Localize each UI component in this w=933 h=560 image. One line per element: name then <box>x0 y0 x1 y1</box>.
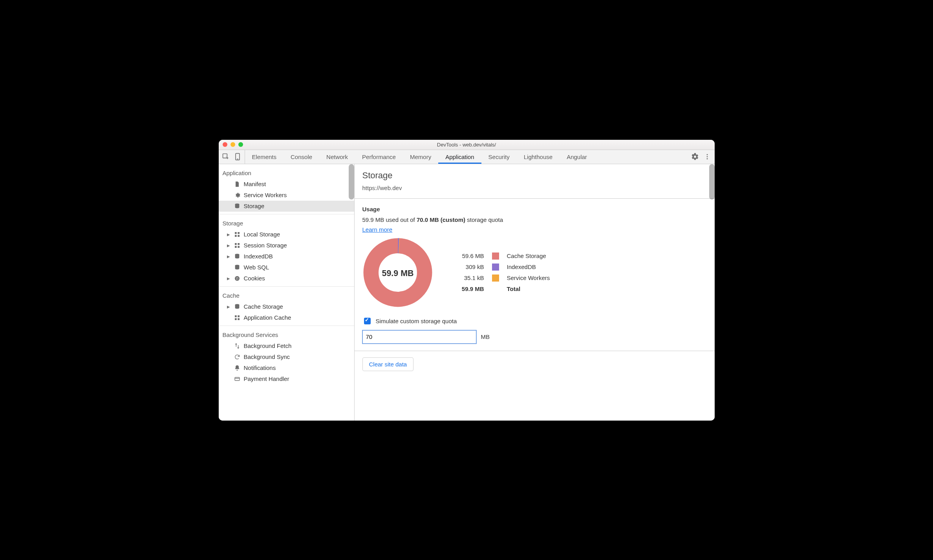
svg-point-3 <box>706 154 708 155</box>
tab-angular[interactable]: Angular <box>560 150 594 164</box>
window-title: DevTools - web.dev/vitals/ <box>437 142 496 148</box>
svg-rect-25 <box>235 318 237 320</box>
sidebar-item-local-storage[interactable]: ▸Local Storage <box>219 229 354 240</box>
sidebar-section-title: Application <box>219 167 354 179</box>
svg-rect-10 <box>238 235 240 237</box>
chevron-right-icon: ▸ <box>227 253 231 260</box>
svg-point-19 <box>237 277 238 278</box>
sidebar-item-label: Service Workers <box>244 192 287 198</box>
svg-point-21 <box>238 278 238 279</box>
sidebar-item-label: Notifications <box>244 364 276 371</box>
legend-swatch-service-workers <box>492 275 499 282</box>
svg-point-5 <box>706 158 708 159</box>
tab-memory[interactable]: Memory <box>403 150 438 164</box>
settings-icon[interactable] <box>691 153 699 161</box>
devtools-window: DevTools - web.dev/vitals/ ElementsConso… <box>219 140 715 421</box>
sidebar-item-application-cache[interactable]: ▸Application Cache <box>219 312 354 323</box>
usage-title: Usage <box>362 206 707 212</box>
sidebar-item-cache-storage[interactable]: ▸Cache Storage <box>219 301 354 312</box>
inspect-icon[interactable] <box>222 153 230 161</box>
sidebar-item-label: Cookies <box>244 275 265 282</box>
sidebar-item-background-fetch[interactable]: ▸Background Fetch <box>219 340 354 351</box>
clear-site-data-button[interactable]: Clear site data <box>362 357 414 371</box>
file-icon <box>234 181 241 187</box>
legend-label: IndexedDB <box>507 264 550 271</box>
svg-rect-9 <box>235 235 237 237</box>
svg-rect-14 <box>238 246 240 248</box>
sidebar-scrollbar[interactable] <box>349 164 354 199</box>
sidebar-item-indexeddb[interactable]: ▸IndexedDB <box>219 251 354 262</box>
quota-unit: MB <box>481 333 490 340</box>
storage-panel: Storage https://web.dev Usage 59.9 MB us… <box>355 164 715 421</box>
sidebar-item-manifest[interactable]: ▸Manifest <box>219 179 354 190</box>
svg-point-17 <box>235 276 240 281</box>
sidebar-section-title: Storage <box>219 217 354 229</box>
svg-rect-0 <box>223 154 227 158</box>
cookie-icon <box>234 275 241 282</box>
svg-point-18 <box>236 277 237 278</box>
sidebar-section-title: Background Services <box>219 328 354 340</box>
panel-title: Storage <box>362 170 707 181</box>
devtools-tabs: ElementsConsoleNetworkPerformanceMemoryA… <box>219 150 715 164</box>
db-icon <box>234 304 241 310</box>
legend-swatch-cache-storage <box>492 253 499 260</box>
tab-elements[interactable]: Elements <box>245 150 284 164</box>
usage-donut-chart: 59.9 MB <box>362 237 433 308</box>
close-window-button[interactable] <box>223 142 227 147</box>
svg-rect-13 <box>235 246 237 248</box>
legend-swatch-indexeddb <box>492 264 499 271</box>
title-bar: DevTools - web.dev/vitals/ <box>219 140 715 150</box>
quota-input[interactable] <box>362 330 476 344</box>
svg-rect-24 <box>238 315 240 317</box>
sidebar-item-notifications[interactable]: ▸Notifications <box>219 362 354 373</box>
tab-performance[interactable]: Performance <box>355 150 403 164</box>
sidebar-item-background-sync[interactable]: ▸Background Sync <box>219 351 354 362</box>
legend-size: 35.1 kB <box>457 275 484 282</box>
db-icon <box>234 264 241 271</box>
sidebar-item-label: Cache Storage <box>244 303 283 310</box>
chevron-right-icon: ▸ <box>227 231 231 238</box>
simulate-quota-checkbox[interactable] <box>364 318 371 324</box>
chevron-right-icon: ▸ <box>227 303 231 310</box>
grid-icon <box>234 231 241 238</box>
sidebar-item-label: Background Fetch <box>244 342 292 349</box>
sidebar-item-payment-handler[interactable]: ▸Payment Handler <box>219 373 354 384</box>
bell-icon <box>234 365 241 371</box>
legend-size: 59.6 MB <box>457 253 484 260</box>
sync-icon <box>234 354 241 360</box>
tab-network[interactable]: Network <box>319 150 355 164</box>
sidebar-item-label: Manifest <box>244 181 266 187</box>
device-toolbar-icon[interactable] <box>234 153 241 161</box>
chevron-right-icon: ▸ <box>227 275 231 282</box>
minimize-window-button[interactable] <box>231 142 235 147</box>
sidebar-item-label: Background Sync <box>244 353 290 360</box>
tab-console[interactable]: Console <box>284 150 319 164</box>
svg-point-4 <box>706 156 708 157</box>
legend-total-size: 59.9 MB <box>457 285 484 292</box>
sidebar-item-storage[interactable]: ▸Storage <box>219 201 354 212</box>
application-sidebar: Application▸Manifest▸Service Workers▸Sto… <box>219 164 355 421</box>
legend-label: Cache Storage <box>507 253 550 260</box>
svg-rect-23 <box>235 315 237 317</box>
usage-legend: 59.6 MB Cache Storage 309 kB IndexedDB 3… <box>457 253 550 292</box>
sidebar-item-cookies[interactable]: ▸Cookies <box>219 273 354 284</box>
sidebar-item-label: Session Storage <box>244 242 287 249</box>
simulate-quota-label: Simulate custom storage quota <box>376 318 457 324</box>
sidebar-item-web-sql[interactable]: ▸Web SQL <box>219 262 354 273</box>
origin-text: https://web.dev <box>362 185 707 191</box>
zoom-window-button[interactable] <box>238 142 243 147</box>
more-menu-icon[interactable] <box>704 153 711 160</box>
chevron-right-icon: ▸ <box>227 242 231 249</box>
sidebar-item-label: Storage <box>244 203 265 209</box>
svg-rect-27 <box>235 377 240 381</box>
sidebar-item-session-storage[interactable]: ▸Session Storage <box>219 240 354 251</box>
tab-security[interactable]: Security <box>481 150 517 164</box>
sidebar-item-service-workers[interactable]: ▸Service Workers <box>219 190 354 201</box>
tab-lighthouse[interactable]: Lighthouse <box>517 150 560 164</box>
db-icon <box>234 203 241 209</box>
sidebar-item-label: Web SQL <box>244 264 269 271</box>
tab-application[interactable]: Application <box>438 150 481 164</box>
learn-more-link[interactable]: Learn more <box>362 226 393 233</box>
legend-size: 309 kB <box>457 264 484 271</box>
main-scrollbar[interactable] <box>709 164 715 199</box>
